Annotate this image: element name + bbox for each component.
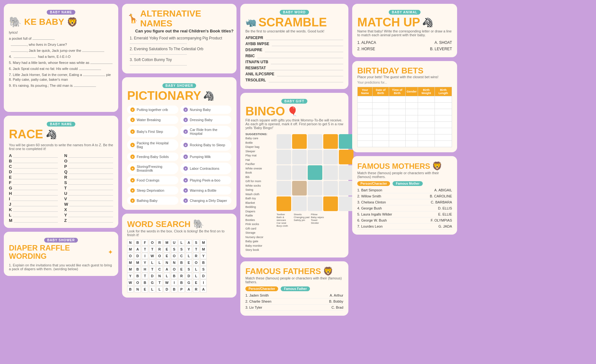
scramble-word-4: RBIC xyxy=(245,54,343,58)
bets-table: Your Name Date of Birth Time of Birth Ge… xyxy=(357,87,452,147)
alpha-n: N xyxy=(64,153,113,158)
bets-row-8 xyxy=(358,141,452,147)
alt-name-3: 3. Soft Cotton Bunny Toy xyxy=(127,58,231,66)
bingo-card: BABY GIFT BINGO 🎈 Fill each square with … xyxy=(240,93,348,258)
wordsearch-card: WORD SEARCH 🐘 Look for the words in the … xyxy=(122,214,236,298)
famous-fathers-card: FAMOUS FATHERS 🦁 Match these (famous) pe… xyxy=(240,261,348,316)
diaper-badge: BABY SHOWER xyxy=(44,238,78,243)
mothers-row-4: 4. George BushD. ELLIS xyxy=(357,205,452,211)
bc-13 xyxy=(308,165,322,180)
diaper-title: DIAPER RAFFLE WORDING xyxy=(9,244,106,261)
mothers-row-5: 5. Laura Ingalls WilderE. ELLIE xyxy=(357,211,452,217)
alt-name-2: 2. Evening Salutations To The Celestial … xyxy=(127,47,231,56)
alpha-k: K xyxy=(9,207,58,212)
matchup-title: MATCH UP xyxy=(357,16,420,29)
scramble-list: AFIICEPR AYBB IWPSE DSAIPRE RBIC ITNAFN … xyxy=(245,36,343,82)
pict-item-8: ●Sleep Deprivation xyxy=(127,186,178,195)
bc-5 xyxy=(339,134,353,149)
name-race-card: BABY NAME RACE 🦓 You will be given 60 se… xyxy=(4,116,118,228)
rhino-icon: 🦏 xyxy=(245,17,257,28)
name-race-badge: BABY NAME xyxy=(47,122,75,127)
alpha-g: G xyxy=(9,186,58,190)
bc-17 xyxy=(292,181,307,196)
mothers-row-7: 7. Lourdes LeonG. JADA xyxy=(357,223,452,230)
bc-24 xyxy=(323,196,338,211)
col-birth-length: Birth Length xyxy=(435,87,452,96)
zebra2-icon: 🦓 xyxy=(203,91,214,101)
mothers-row-3: 3. Chelsea ClintonC. BARBARA xyxy=(357,199,452,205)
star-icon: ✦ xyxy=(108,248,113,256)
bc-20 xyxy=(339,181,353,196)
bets-title: BIRTHDAY BETS xyxy=(357,66,423,75)
pict-item-4: ●Packing the Hospital Bag xyxy=(127,139,178,151)
alpha-a: A xyxy=(9,153,58,158)
famous-mothers-card: FAMOUS MOTHERS 🦁 Match these (famous) pe… xyxy=(352,156,457,235)
alpha-x: X xyxy=(64,207,113,212)
col-time-birth: Time of Birth xyxy=(389,87,405,96)
name-race-title: RACE xyxy=(9,128,43,141)
col-gender: Gender xyxy=(406,87,418,96)
pict-item-3: ●Baby's First Step xyxy=(127,126,178,137)
famous-father-row-3: 3. Liv TylerC. Brad xyxy=(245,305,343,311)
giraffe-icon: 🦒 xyxy=(127,13,138,24)
scramble-title: SCRAMBLE xyxy=(258,16,327,29)
nursery-content: lyrics! a pocket full of , who lives in … xyxy=(9,31,113,87)
famous-fathers-table: Person/Character Famous Father 1. Jaden … xyxy=(245,286,343,311)
alpha-z: Z xyxy=(64,218,113,223)
alpha-o: O xyxy=(64,159,113,163)
pict-item-r4: ●Rocking Baby to Sleep xyxy=(180,139,231,151)
bc-16 xyxy=(277,181,291,196)
pict-item-r3: ●Car Ride from the Hospital xyxy=(180,126,231,137)
pictionary-grid: ●Putting together crib ●Nursing Baby ●Wa… xyxy=(127,106,231,205)
bingo-bottom-labels: TeetherBath & skincareCar seatBurp cloth… xyxy=(277,213,353,227)
famous-father-label: Famous Father xyxy=(281,286,310,291)
alpha-d: D xyxy=(9,169,58,174)
bc-21 xyxy=(277,196,291,211)
suggestions-title: SUGGESTIONS: xyxy=(245,133,267,136)
famous-mothers-table: Person/Character Famous Mother 1. Bart S… xyxy=(357,181,452,230)
alpha-v: V xyxy=(64,196,113,201)
bc-14 xyxy=(323,165,338,180)
famous-father-row-2: 2. Charlie SheenB. Bobby xyxy=(245,299,343,305)
col-date-birth: Date of Birth xyxy=(373,87,389,96)
bc-23 xyxy=(308,196,322,211)
famous-fathers-title: FAMOUS FATHERS xyxy=(245,267,321,276)
bc-6 xyxy=(277,150,291,164)
pict-item-r8: ●Warming a Bottle xyxy=(180,186,231,195)
scramble-word-7: ANIL ILPCSRPE xyxy=(245,72,343,76)
bets-subtitle: Your predictions for... xyxy=(357,81,452,84)
lion-icon: 🦁 xyxy=(67,17,78,27)
alpha-e: E xyxy=(9,175,58,180)
scramble-word-5: ITNAFN UTB xyxy=(245,60,343,64)
bingo-grid-area: TeetherBath & skincareCar seatBurp cloth… xyxy=(277,132,353,252)
pict-item-r7: ●Playing Peek-a-boo xyxy=(180,176,231,184)
bets-row-7 xyxy=(358,134,452,141)
pictionary-card: BABY SHOWER PICTIONARY 🦓 ●Putting togeth… xyxy=(122,77,236,210)
bc-1 xyxy=(277,134,291,149)
mothers-row-2: 2. Willow SmithB. CAROLINE xyxy=(357,193,452,199)
alt-names-question: Can you figure out the real Children's B… xyxy=(127,29,242,33)
bets-row-2 xyxy=(358,103,452,109)
alpha-b: B xyxy=(9,159,58,163)
bc-18 xyxy=(308,181,322,196)
famous-fathers-desc: Match these (famous) people or character… xyxy=(245,276,343,284)
famous-father-row-1: 1. Jaden SmithA. Arthur xyxy=(245,292,343,299)
diaper-raffle-card: BABY SHOWER DIAPER RAFFLE WORDING ✦ 1. E… xyxy=(4,232,118,276)
alt-names-card: 🦒 ALTERNATIVE NAMES Can you figure out t… xyxy=(122,4,236,73)
alpha-s: S xyxy=(64,180,113,185)
famous-mothers-title: FAMOUS MOTHERS xyxy=(357,162,430,170)
balloon-icon: 🎈 xyxy=(287,106,298,117)
pict-item-2: ●Water Breaking xyxy=(127,116,178,124)
pict-item-1: ●Putting together crib xyxy=(127,106,178,114)
pict-item-7: ●Food Cravings xyxy=(127,176,178,184)
col-birth-weight: Birth Weight xyxy=(418,87,435,96)
bc-12 xyxy=(292,165,307,180)
zebra3-icon: 🦓 xyxy=(422,17,433,28)
pict-item-r5: ●Pumping Milk xyxy=(180,153,231,161)
bc-10 xyxy=(339,150,353,164)
wordsearch-title: WORD SEARCH xyxy=(127,220,190,229)
bc-15 xyxy=(339,165,353,180)
lion2-icon: 🦁 xyxy=(432,161,442,171)
alpha-l: L xyxy=(9,213,58,217)
alpha-u: U xyxy=(64,191,113,196)
